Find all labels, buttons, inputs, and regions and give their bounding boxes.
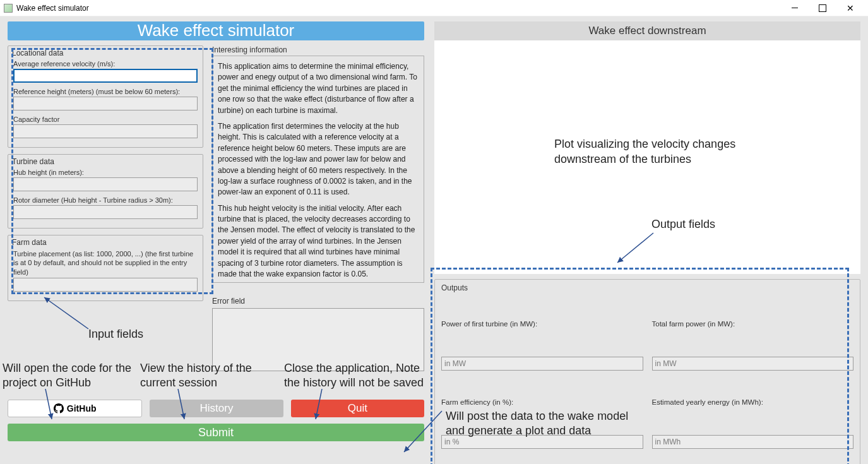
info-box: This application aims to determine the m…	[212, 56, 424, 283]
history-button[interactable]: History	[150, 400, 283, 417]
hub-height-input[interactable]	[13, 177, 198, 191]
placement-label: Turbine placement (as list: 1000, 2000, …	[13, 249, 198, 277]
locational-data-group: Locational data Average reference veloci…	[8, 45, 203, 148]
rotor-label: Rotor diameter (Hub height - Turbine rad…	[13, 196, 198, 204]
capacity-label: Capacity factor	[13, 116, 198, 123]
hub-height-label: Hub height (in meters):	[13, 169, 198, 176]
minimize-button[interactable]	[781, 1, 809, 16]
rotor-input[interactable]	[13, 205, 198, 219]
submit-button[interactable]: Submit	[8, 424, 424, 441]
total-power-output[interactable]	[652, 357, 854, 371]
plot-banner: Wake effect downstream	[434, 21, 860, 40]
error-label: Error field	[212, 297, 424, 306]
capacity-input[interactable]	[13, 124, 198, 138]
window-title: Wake effect simulator	[16, 4, 89, 13]
yearly-output[interactable]	[652, 435, 854, 449]
efficiency-label: Farm efficiency (in %):	[441, 398, 643, 406]
github-icon	[54, 403, 64, 413]
power-first-label: Power of first turbine (in MW):	[441, 320, 643, 328]
app-banner: Wake effect simulator	[8, 21, 424, 40]
ref-height-input[interactable]	[13, 97, 198, 110]
yearly-label: Estimated yearly energy (in MWh):	[652, 398, 854, 406]
close-button[interactable]: ✕	[836, 1, 864, 16]
velocity-input[interactable]	[13, 69, 198, 83]
velocity-label: Average reference velocity (m/s):	[13, 60, 198, 68]
efficiency-output[interactable]	[441, 435, 643, 449]
maximize-button[interactable]	[809, 1, 836, 16]
ref-height-label: Reference height (meters) (must be below…	[13, 88, 198, 95]
plot-caption: Plot visualizing the velocity changesdow…	[554, 136, 735, 167]
power-first-output[interactable]	[441, 357, 643, 371]
quit-button[interactable]: Quit	[291, 400, 424, 417]
title-bar: Wake effect simulator ✕	[0, 0, 868, 16]
placement-input[interactable]	[13, 278, 198, 292]
farm-data-group: Farm data Turbine placement (as list: 10…	[8, 235, 203, 301]
plot-area: Plot visualizing the velocity changesdow…	[434, 40, 860, 274]
error-field[interactable]	[212, 308, 424, 371]
github-button[interactable]: GitHub	[8, 400, 142, 417]
total-power-label: Total farm power (in MW):	[652, 320, 854, 328]
outputs-group: Outputs Power of first turbine (in MW): …	[434, 279, 860, 464]
app-icon	[4, 4, 13, 13]
turbine-data-group: Turbine data Hub height (in meters): Rot…	[8, 154, 203, 229]
info-legend: Interesting information	[212, 45, 424, 54]
